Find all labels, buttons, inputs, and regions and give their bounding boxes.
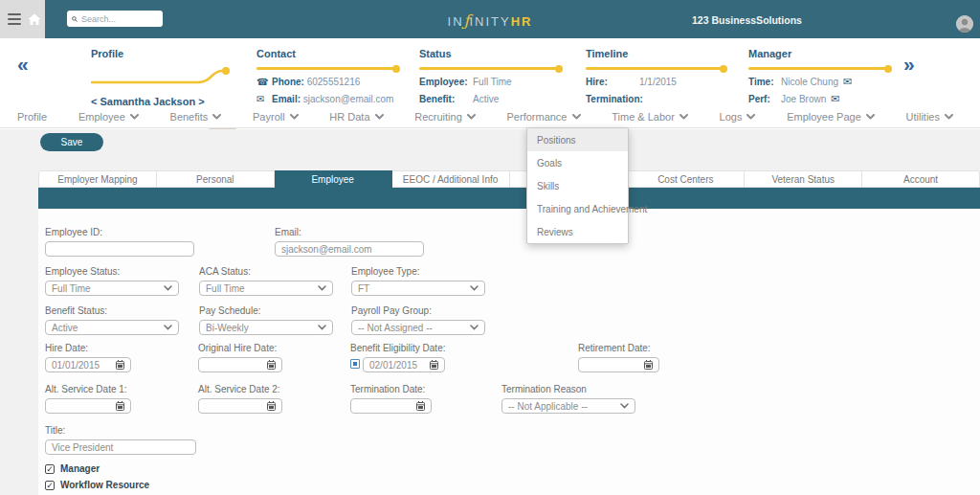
email-input[interactable]: sjackson@email.com — [275, 241, 424, 257]
alt-service-date-1-input[interactable] — [45, 398, 131, 414]
selected-value: -- Not Applicable -- — [508, 401, 588, 412]
eligibility-indicator-icon[interactable] — [350, 359, 360, 369]
pay-schedule-select[interactable]: Bi-Weekly — [199, 320, 333, 335]
payroll-pay-group-label: Payroll Pay Group: — [351, 305, 485, 316]
benefit-status-select[interactable]: Active — [45, 320, 179, 335]
benefit-eligibility-date-input[interactable]: 02/01/2015 — [363, 357, 445, 372]
manager-column: Manager Time: Nicole Chung ✉ Perf: Joe B… — [748, 48, 890, 104]
employee-type-select[interactable]: FT — [351, 281, 485, 296]
brand-hr-text: HR — [511, 14, 533, 29]
menu-label: Profile — [17, 111, 47, 123]
menu-item-skills[interactable]: Skills — [527, 174, 628, 197]
chevron-down-icon — [130, 114, 139, 120]
pay-schedule-label: Pay Schedule: — [199, 305, 333, 316]
user-avatar[interactable] — [956, 15, 973, 33]
email-field: Email: sjackson@email.com — [275, 227, 424, 257]
alt-service-date-2-input[interactable] — [198, 398, 282, 414]
benefit-eligibility-date-label: Benefit Eligibility Date: — [350, 343, 446, 353]
menu-payroll[interactable]: Payroll — [253, 111, 299, 123]
menu-time-labor[interactable]: Time & Labor — [612, 111, 688, 123]
original-hire-date-input[interactable] — [198, 357, 282, 372]
aca-status-select[interactable]: Full Time — [199, 281, 333, 296]
title-label: Title: — [45, 425, 196, 436]
employee-status-row: Employee: Full Time — [419, 77, 561, 87]
menu-item-reviews[interactable]: Reviews — [527, 220, 628, 243]
hire-date-input[interactable]: 01/01/2015 — [45, 357, 131, 372]
menu-item-training-achievement[interactable]: Training and Achievement — [527, 197, 628, 220]
tab-bar: Employer Mapping Personal Employee EEOC … — [38, 170, 980, 188]
menu-label: Utilities — [906, 111, 940, 123]
menu-logs[interactable]: Logs — [720, 111, 756, 123]
aca-status-field: ACA Status: Full Time — [199, 266, 333, 296]
email-value[interactable]: sjackson@email.com — [303, 94, 394, 104]
termination-row: Termination: — [586, 94, 725, 104]
retirement-date-field: Retirement Date: — [578, 343, 659, 372]
checkbox-checked-icon[interactable] — [45, 481, 55, 490]
menu-item-goals[interactable]: Goals — [527, 151, 628, 174]
checkbox-checked-icon[interactable] — [45, 464, 55, 474]
tab-personal[interactable]: Personal — [157, 170, 275, 188]
menu-label: Payroll — [253, 111, 285, 123]
chevron-down-icon — [318, 285, 326, 291]
tab-veteran-status[interactable]: Veteran Status — [745, 170, 862, 188]
timeline-section-label: Timeline — [586, 48, 725, 59]
chevron-down-icon — [620, 403, 629, 409]
app-window: INƒINITYHR 123 BusinessSolutions « » Pro… — [0, 0, 980, 495]
menu-label: HR Data — [329, 111, 369, 123]
workflow-resource-checkbox-row[interactable]: Workflow Resource — [45, 480, 149, 490]
menu-employee-page[interactable]: Employee Page — [787, 111, 875, 123]
phone-label: Phone: — [272, 77, 304, 87]
email-value: sjackson@email.com — [281, 244, 372, 255]
tab-employee[interactable]: Employee — [275, 170, 392, 188]
hire-row: Hire: 1/1/2015 — [586, 77, 725, 87]
menu-hr-data[interactable]: HR Data — [329, 111, 383, 123]
expand-right-icon[interactable]: » — [903, 54, 915, 74]
brand-text: INITY — [469, 14, 510, 29]
top-navbar: INƒINITYHR 123 BusinessSolutions — [0, 0, 980, 38]
tab-employer-mapping[interactable]: Employer Mapping — [38, 170, 157, 188]
termination-date-input[interactable] — [350, 398, 432, 414]
menu-profile[interactable]: Profile — [17, 111, 47, 123]
menu-benefits[interactable]: Benefits — [170, 111, 222, 123]
contact-timeline-line — [256, 67, 398, 70]
alt-service-date-1-label: Alt. Service Date 1: — [45, 384, 131, 394]
manager-checkbox-row[interactable]: Manager — [45, 463, 100, 474]
employee-status-select[interactable]: Full Time — [45, 281, 179, 296]
retirement-date-label: Retirement Date: — [578, 343, 659, 353]
payroll-pay-group-select[interactable]: -- Not Assigned -- — [351, 320, 485, 335]
title-input[interactable]: Vice President — [45, 439, 196, 455]
chevron-down-icon — [470, 285, 479, 291]
date-value: 02/01/2015 — [369, 360, 417, 371]
mail-icon[interactable]: ✉ — [843, 76, 852, 88]
pay-schedule-field: Pay Schedule: Bi-Weekly — [199, 305, 333, 335]
tab-account[interactable]: Account — [862, 170, 980, 188]
tab-cost-centers[interactable]: Cost Centers — [627, 170, 745, 188]
selected-value: Full Time — [52, 283, 91, 294]
menu-item-positions[interactable]: Positions — [527, 128, 628, 151]
menu-employee[interactable]: Employee — [78, 111, 139, 123]
retirement-date-input[interactable] — [578, 357, 659, 372]
mail-icon[interactable]: ✉ — [831, 93, 839, 105]
employee-type-field: Employee Type: FT — [351, 266, 485, 296]
phone-value: 6025551216 — [307, 77, 361, 87]
benefit-status-value: Active — [473, 94, 499, 104]
employee-status-key: Employee: — [419, 77, 473, 87]
manager-timeline-line — [748, 67, 890, 70]
benefit-eligibility-date-field: Benefit Eligibility Date: 02/01/2015 — [350, 343, 446, 372]
timeline-line — [586, 67, 725, 70]
collapse-left-icon[interactable]: « — [17, 54, 29, 74]
menu-label: Performance — [507, 111, 568, 123]
menu-performance[interactable]: Performance — [507, 111, 581, 123]
tab-eeoc-additional-info[interactable]: EEOC / Additional Info — [392, 170, 510, 188]
menu-recruiting[interactable]: Recruiting — [414, 111, 476, 123]
chevron-down-icon — [467, 114, 476, 120]
time-manager-key: Time: — [748, 77, 781, 87]
termination-reason-select[interactable]: -- Not Applicable -- — [501, 398, 635, 414]
save-button[interactable]: Save — [40, 133, 103, 151]
menu-utilities[interactable]: Utilities — [906, 111, 953, 123]
employee-id-field: Employee ID: — [45, 227, 194, 257]
chevron-down-icon — [470, 325, 479, 330]
employee-id-input[interactable] — [45, 241, 194, 257]
profile-column: Profile < Samantha Jackson > — [91, 48, 233, 107]
alt-service-date-1-field: Alt. Service Date 1: — [45, 384, 131, 414]
